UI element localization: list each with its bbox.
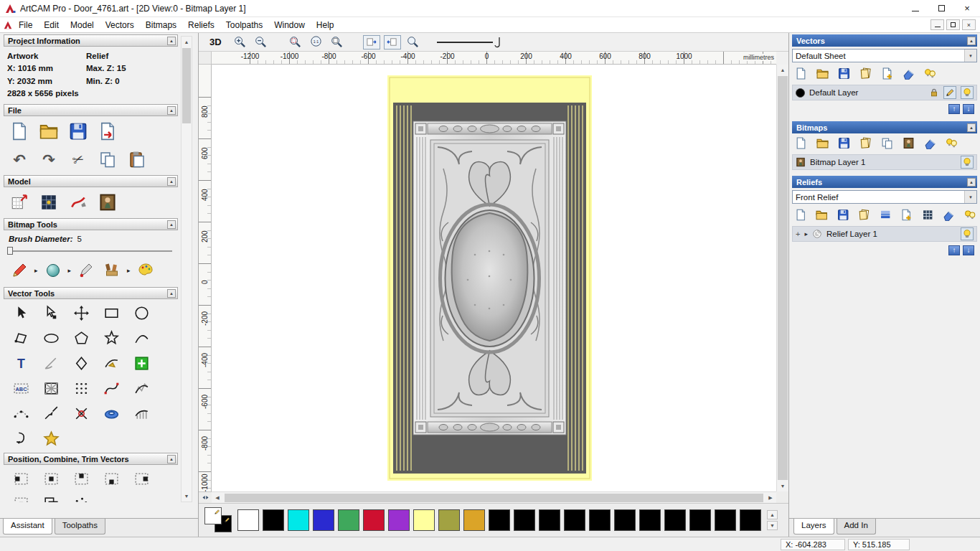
text-frame-tool[interactable] [36,376,66,401]
collapse-button[interactable]: ▲ [167,37,176,45]
menu-item[interactable]: Edit [38,18,65,32]
toggle-all-vectors-visibility-icon[interactable] [924,67,936,80]
palette-swatch[interactable] [489,509,510,531]
zoom-one-to-one-button[interactable]: 1:1 [308,34,325,50]
menu-item[interactable]: Help [311,18,340,32]
join-vectors-tool[interactable] [36,401,66,426]
create-ellipse-tool[interactable] [36,326,66,351]
bitmap-layer-row[interactable]: Bitmap Layer 1 [792,154,977,170]
palette-swatch[interactable] [689,509,711,531]
collapse-button[interactable]: ▲ [167,220,176,229]
relief-selector[interactable]: Front Relief ▼ [792,190,977,204]
relief-preview-grid-icon[interactable] [922,209,933,221]
array-copy-tool[interactable] [66,376,96,401]
menu-item[interactable]: Vectors [100,18,140,32]
scatter-tool[interactable] [66,491,96,502]
mdi-minimize-button[interactable] [930,19,944,30]
collapse-button[interactable]: ▲ [167,177,176,186]
move-layer-up-button[interactable]: ↑ [948,104,960,114]
menu-item[interactable]: Model [65,18,100,32]
brush-diameter-slider[interactable] [7,245,188,256]
open-model-button[interactable] [38,121,60,142]
wrap-text-tool[interactable]: ABC [6,376,36,401]
new-bitmap-layer-icon[interactable] [795,137,807,149]
greyscale-model-button[interactable] [67,192,89,213]
arc-through-points-tool[interactable] [6,401,36,426]
move-layer-down-button[interactable]: ↓ [963,104,974,114]
palette-swatch[interactable] [564,509,585,531]
collapse-button[interactable]: ▲ [167,289,176,298]
primary-secondary-colour-selector[interactable] [204,507,233,534]
open-vector-layer-icon[interactable] [816,67,829,80]
menu-item[interactable]: Bitmaps [140,18,182,32]
palette-swatch[interactable] [740,509,761,531]
collapse-button[interactable]: ▲ [967,37,976,45]
redo-button[interactable]: ↷ [38,149,60,170]
create-star-tool[interactable] [96,326,126,351]
new-model-button[interactable] [9,121,30,142]
palette-swatch[interactable] [639,509,661,531]
zoom-in-button[interactable] [232,34,249,50]
slider-thumb[interactable] [7,247,13,255]
scroll-up-button[interactable]: ▲ [182,37,192,47]
colour-picker-button[interactable] [75,260,97,281]
layer-visibility-button[interactable] [961,227,974,240]
dropdown-arrow-icon[interactable]: ▼ [964,191,976,203]
vector-layer-row[interactable]: Default Layer [792,85,977,100]
zoom-out-button[interactable] [253,34,270,50]
palette-swatch[interactable] [715,509,736,531]
canvas-horizontal-scrollbar[interactable]: ◀ ▶ [212,491,776,503]
cut-button[interactable]: ✂ [67,149,89,170]
paint-tool-button[interactable] [42,260,64,281]
save-vector-layer-icon[interactable] [838,67,850,80]
minimize-button[interactable] [903,0,928,17]
delete-bitmap-layer-icon[interactable] [924,137,936,149]
open-bitmap-layer-icon[interactable] [816,137,829,149]
create-diamond-tool[interactable] [66,351,96,376]
menu-item[interactable]: Window [268,18,311,32]
palette-swatch[interactable] [514,509,535,531]
align-right-tool[interactable] [126,466,156,491]
zoom-page-button[interactable] [329,34,346,50]
measure-tool[interactable] [36,351,66,376]
create-polygon-tool[interactable] [66,326,96,351]
undo-button[interactable]: ↶ [9,149,30,170]
palette-swatch[interactable] [664,509,686,531]
assistant-scrollbar[interactable]: ▲ ▼ [181,36,192,502]
toggle-all-reliefs-visibility-icon[interactable] [964,209,976,221]
new-vector-layer-icon[interactable] [795,67,807,80]
relief-layer-stack-icon[interactable] [880,209,891,221]
palette-swatch[interactable] [438,509,460,531]
palette-scroll-down-button[interactable]: ▼ [767,521,778,530]
paste-array-tool[interactable] [126,351,156,376]
show-vectors-toggle[interactable] [363,35,380,50]
menu-item[interactable]: File [13,18,38,32]
combine-vectors-tool[interactable] [36,491,66,502]
collapse-button[interactable]: ▲ [967,123,976,132]
save-relief-layer-icon[interactable] [837,209,849,221]
brush-set-button[interactable] [101,260,123,281]
duplicate-bitmap-icon[interactable] [881,137,893,149]
set-model-size-button[interactable] [9,192,30,213]
adjust-model-button[interactable] [38,192,60,213]
draw-tool-button[interactable] [9,260,30,281]
scrollbar-thumb[interactable] [225,494,763,502]
close-button[interactable]: × [954,0,980,17]
palette-swatch[interactable] [463,509,485,531]
tab-assistant[interactable]: Assistant [3,519,52,534]
layer-visibility-button[interactable] [961,156,974,169]
palette-swatch[interactable] [388,509,410,531]
section-profile-tool[interactable] [126,401,156,426]
flyout-arrow-icon[interactable]: ▸ [68,267,72,274]
flyout-arrow-icon[interactable]: ▸ [34,267,38,274]
save-bitmap-layer-icon[interactable] [838,137,850,149]
scroll-right-button[interactable]: ▶ [765,492,776,504]
new-sheet-icon[interactable] [881,67,893,80]
scrollbar-thumb[interactable] [778,76,788,480]
new-relief-sheet-icon[interactable] [900,209,912,221]
fit-curve-tool[interactable] [126,376,156,401]
canvas-vertical-scrollbar[interactable]: ▲ ▼ [776,65,788,491]
flip-view-button[interactable] [199,491,212,503]
move-layer-up-button[interactable]: ↑ [948,245,960,255]
align-bottom-tool[interactable] [96,466,126,491]
